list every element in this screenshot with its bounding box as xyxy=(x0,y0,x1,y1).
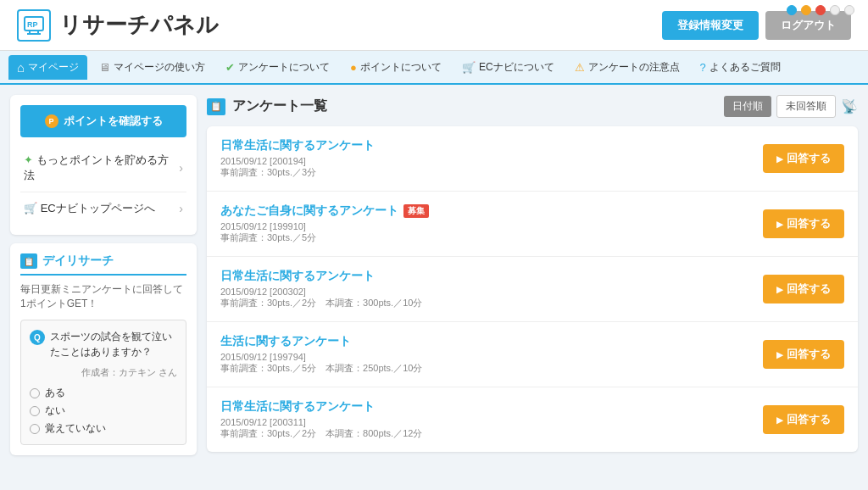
header: RP リサーチパネル 登録情報変更 ログアウト xyxy=(0,0,868,51)
survey-date-text-4: 2015/09/12 [200311] xyxy=(220,417,306,427)
daily-title-label: デイリサーチ xyxy=(42,253,114,269)
check-points-button[interactable]: P ポイントを確認する xyxy=(20,105,186,137)
nav-item-howto[interactable]: 🖥 マイページの使い方 xyxy=(91,55,214,80)
content-title-label: アンケート一覧 xyxy=(232,97,327,115)
radio-option-1[interactable]: ない xyxy=(30,404,177,418)
daily-q-text: スポーツの試合を観て泣いたことはありますか？ xyxy=(50,329,177,359)
logo: RP リサーチパネル xyxy=(17,9,219,42)
chevron-right-icon-1: › xyxy=(179,161,183,175)
survey-meta-text-4: 事前調査：30pts.／2分 本調査：800pts.／12分 xyxy=(220,428,422,438)
survey-meta-0: 事前調査：30pts.／3分 xyxy=(220,166,763,179)
radio-circle-1 xyxy=(30,406,40,416)
sidebar-link-ecnavi[interactable]: 🛒 ECナビトップページへ › xyxy=(20,192,186,225)
survey-title-4: 日常生活に関するアンケート xyxy=(220,399,763,415)
register-button[interactable]: 登録情報変更 xyxy=(662,11,759,40)
answer-button-2[interactable]: 回答する xyxy=(763,275,844,303)
survey-list: 日常生活に関するアンケート 2015/09/12 [200194] 事前調査：3… xyxy=(207,126,858,452)
nav-item-mypage[interactable]: ⌂ マイページ xyxy=(8,55,87,80)
nav-item-about-survey[interactable]: ✔ アンケートについて xyxy=(217,55,338,80)
survey-meta-4: 事前調査：30pts.／2分 本調査：800pts.／12分 xyxy=(220,427,763,440)
table-row: 日常生活に関するアンケート 2015/09/12 [200302] 事前調査：3… xyxy=(207,257,858,322)
survey-title-text-3: 生活に関するアンケート xyxy=(220,334,351,349)
sort-date-button[interactable]: 日付順 xyxy=(724,96,771,117)
survey-title-2: 日常生活に関するアンケート xyxy=(220,269,763,284)
nav-label-howto: マイページの使い方 xyxy=(114,60,205,75)
survey-title-text-2: 日常生活に関するアンケート xyxy=(220,269,375,284)
daily-icon: 📋 xyxy=(20,253,37,269)
nav-label-mypage: マイページ xyxy=(28,60,79,75)
answer-button-3[interactable]: 回答する xyxy=(763,340,844,369)
nav-item-ecnavi[interactable]: 🛒 ECナビについて xyxy=(453,55,563,80)
survey-title-0: 日常生活に関するアンケート xyxy=(220,138,763,153)
survey-meta-text-1: 事前調査：30pts.／5分 xyxy=(220,232,316,242)
table-row: 日常生活に関するアンケート 2015/09/12 [200311] 事前調査：3… xyxy=(207,387,858,452)
check-icon: ✔ xyxy=(225,61,235,74)
sidebar-link-label-ecnavi: ECナビトップページへ xyxy=(41,202,155,214)
table-row: 生活に関するアンケート 2015/09/12 [199794] 事前調査：30p… xyxy=(207,322,858,387)
sort-unanswered-button[interactable]: 未回答順 xyxy=(776,95,836,118)
radio-label-2: 覚えていない xyxy=(45,421,106,436)
content: 📋 アンケート一覧 日付順 未回答順 📡 日常生活に関するアンケート 2015/… xyxy=(207,95,858,480)
nav: ⌂ マイページ 🖥 マイページの使い方 ✔ アンケートについて ● ポイントにつ… xyxy=(0,51,868,85)
daily-search-card: 📋 デイリサーチ 毎日更新ミニアンケートに回答して1ポイントGET！ Q スポー… xyxy=(10,243,197,455)
daily-author: 作成者：カテキン さん xyxy=(30,366,177,379)
survey-title-text-1: あなたご自身に関するアンケート xyxy=(220,203,398,219)
nav-label-ecnavi: ECナビについて xyxy=(479,60,554,75)
monitor-icon: 🖥 xyxy=(99,61,110,74)
sidebar-point-card: P ポイントを確認する ✦ もっとポイントを貯める方法 › 🛒 ECナビトップペ… xyxy=(10,95,197,235)
ec-icon: 🛒 xyxy=(462,61,476,74)
main: P ポイントを確認する ✦ もっとポイントを貯める方法 › 🛒 ECナビトップペ… xyxy=(0,85,868,490)
warn-icon: ⚠ xyxy=(575,61,585,74)
daily-q-header: Q スポーツの試合を観て泣いたことはありますか？ xyxy=(30,329,177,359)
survey-info-0: 日常生活に関するアンケート 2015/09/12 [200194] 事前調査：3… xyxy=(220,138,763,179)
sidebar-link-icon-w3c: ✦ もっとポイントを貯める方法 xyxy=(24,153,179,183)
radio-option-0[interactable]: ある xyxy=(30,386,177,400)
home-icon: ⌂ xyxy=(17,60,25,75)
nav-item-faq[interactable]: ? よくあるご質問 xyxy=(692,55,789,80)
survey-title-3: 生活に関するアンケート xyxy=(220,334,763,349)
survey-date-text-0: 2015/09/12 [200194] xyxy=(220,156,306,166)
survey-meta-text-2: 事前調査：30pts.／2分 本調査：300pts.／10分 xyxy=(220,298,422,308)
survey-date-2: 2015/09/12 [200302] xyxy=(220,287,763,297)
svg-text:RP: RP xyxy=(27,20,38,29)
content-title: 📋 アンケート一覧 xyxy=(207,97,327,115)
sidebar-links: ✦ もっとポイントを貯める方法 › 🛒 ECナビトップページへ › xyxy=(20,144,186,225)
boshu-badge: 募集 xyxy=(403,204,429,218)
content-header: 📋 アンケート一覧 日付順 未回答順 📡 xyxy=(207,95,858,118)
point-coin-icon: P xyxy=(45,114,58,128)
survey-meta-1: 事前調査：30pts.／5分 xyxy=(220,231,763,244)
ec-link-icon: 🛒 xyxy=(24,202,37,214)
table-row: 日常生活に関するアンケート 2015/09/12 [200194] 事前調査：3… xyxy=(207,126,858,192)
nav-item-caution[interactable]: ⚠ アンケートの注意点 xyxy=(566,55,688,80)
win-dot-gray1 xyxy=(830,5,840,15)
rss-icon[interactable]: 📡 xyxy=(841,98,858,114)
answer-button-0[interactable]: 回答する xyxy=(763,144,844,173)
daily-question-box: Q スポーツの試合を観て泣いたことはありますか？ 作成者：カテキン さん ある … xyxy=(20,320,186,445)
point-btn-label: ポイントを確認する xyxy=(64,114,163,129)
nav-item-points[interactable]: ● ポイントについて xyxy=(342,55,450,80)
win-dot-blue xyxy=(787,5,797,15)
sidebar-link-label-more-points: もっとポイントを貯める方法 xyxy=(24,153,169,181)
radio-option-2[interactable]: 覚えていない xyxy=(30,421,177,436)
nav-label-caution: アンケートの注意点 xyxy=(588,60,680,75)
survey-date-4: 2015/09/12 [200311] xyxy=(220,417,763,427)
question-icon: ? xyxy=(700,61,706,74)
chevron-right-icon-2: › xyxy=(179,202,183,215)
survey-title-text-4: 日常生活に関するアンケート xyxy=(220,399,375,415)
radio-circle-0 xyxy=(30,388,40,398)
sidebar-link-more-points[interactable]: ✦ もっとポイントを貯める方法 › xyxy=(20,144,186,192)
nav-label-about-survey: アンケートについて xyxy=(238,60,330,75)
survey-date-text-1: 2015/09/12 [199910] xyxy=(220,221,306,231)
logo-title: リサーチパネル xyxy=(59,10,219,40)
survey-info-4: 日常生活に関するアンケート 2015/09/12 [200311] 事前調査：3… xyxy=(220,399,763,440)
survey-date-3: 2015/09/12 [199794] xyxy=(220,352,763,362)
answer-button-4[interactable]: 回答する xyxy=(763,405,844,434)
survey-info-1: あなたご自身に関するアンケート 募集 2015/09/12 [199910] 事… xyxy=(220,203,763,244)
radio-label-1: ない xyxy=(45,404,65,418)
survey-title-1: あなたご自身に関するアンケート 募集 xyxy=(220,203,763,219)
survey-info-3: 生活に関するアンケート 2015/09/12 [199794] 事前調査：30p… xyxy=(220,334,763,375)
survey-title-text-0: 日常生活に関するアンケート xyxy=(220,138,375,153)
survey-meta-2: 事前調査：30pts.／2分 本調査：300pts.／10分 xyxy=(220,297,763,309)
win-dot-orange xyxy=(801,5,811,15)
answer-button-1[interactable]: 回答する xyxy=(763,209,844,238)
